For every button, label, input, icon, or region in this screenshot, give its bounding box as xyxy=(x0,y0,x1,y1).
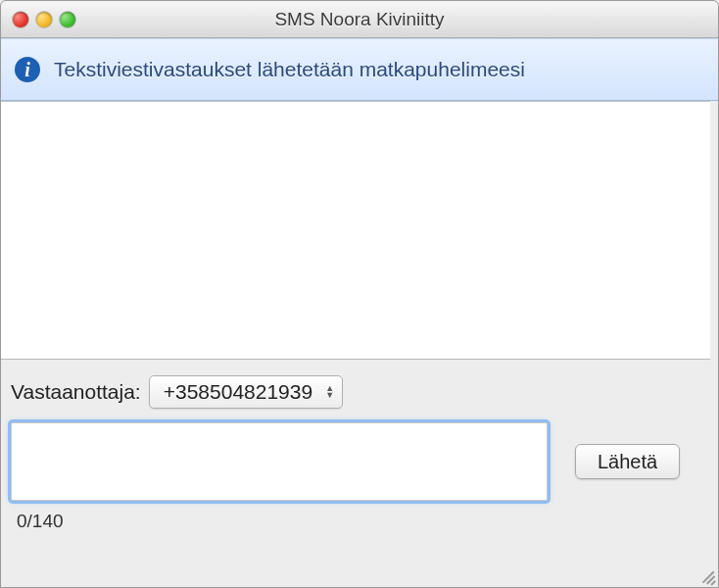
window-title: SMS Noora Kiviniitty xyxy=(11,9,708,30)
recipient-label: Vastaanottaja: xyxy=(11,380,141,404)
send-button[interactable]: Lähetä xyxy=(575,444,680,479)
compose-area: Vastaanottaja: +358504821939 ▲▼ Lähetä 0… xyxy=(1,360,718,538)
char-counter: 0/140 xyxy=(17,511,706,532)
close-icon[interactable] xyxy=(13,12,28,27)
info-icon: i xyxy=(15,57,40,82)
info-message: Tekstiviestivastaukset lähetetään matkap… xyxy=(54,58,525,81)
recipient-row: Vastaanottaja: +358504821939 ▲▼ xyxy=(11,375,706,409)
input-row: Lähetä xyxy=(11,422,706,501)
message-history xyxy=(1,101,710,360)
recipient-value: +358504821939 xyxy=(164,380,312,404)
resize-grip-icon[interactable] xyxy=(696,566,714,584)
minimize-icon[interactable] xyxy=(36,12,52,27)
titlebar: SMS Noora Kiviniitty xyxy=(1,1,718,38)
info-bar: i Tekstiviestivastaukset lähetetään matk… xyxy=(1,38,718,101)
zoom-icon[interactable] xyxy=(60,12,75,27)
recipient-select[interactable]: +358504821939 ▲▼ xyxy=(149,375,343,409)
traffic-lights xyxy=(13,12,75,27)
chevron-up-down-icon: ▲▼ xyxy=(325,385,334,399)
message-input[interactable] xyxy=(11,422,548,501)
